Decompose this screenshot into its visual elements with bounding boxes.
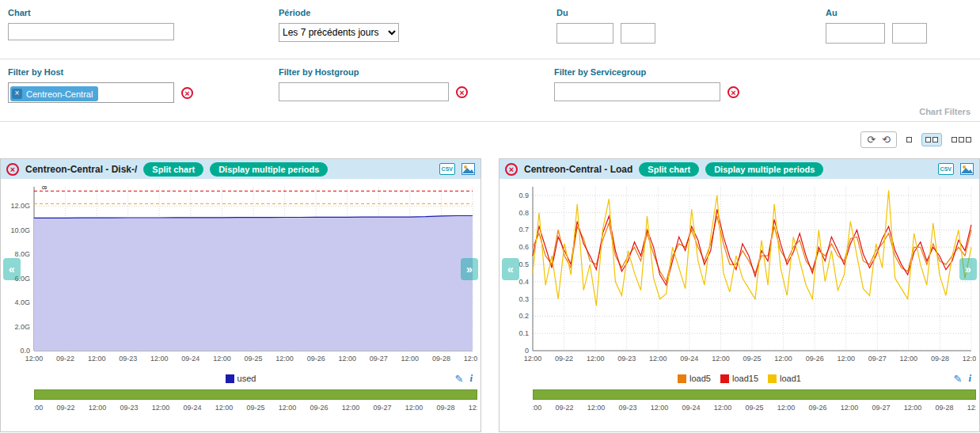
- scroll-left-button[interactable]: «: [3, 258, 21, 280]
- export-csv-icon[interactable]: CSV: [938, 163, 954, 175]
- timeline-tick-label: 09-26: [808, 404, 826, 412]
- servicegroup-filter-input[interactable]: [554, 82, 720, 101]
- svg-text:12:00: 12:00: [837, 355, 855, 363]
- svg-text:12:00: 12:00: [712, 355, 730, 363]
- split-chart-button[interactable]: Split chart: [143, 162, 203, 177]
- charts-area: × Centreon-Central - Disk-/ Split chart …: [0, 158, 980, 432]
- display-multiple-periods-button[interactable]: Display multiple periods: [210, 162, 328, 177]
- timeline-tick-label: 12:00: [405, 404, 424, 412]
- panel-title: Centreon-Central - Disk-/: [25, 164, 137, 175]
- edit-chart-icon[interactable]: ✎: [953, 373, 962, 385]
- layout-three-column-button[interactable]: [948, 133, 975, 146]
- timeline-tick-label: 12:00: [152, 404, 170, 412]
- scroll-right-button[interactable]: »: [959, 258, 977, 280]
- chart-plot-area[interactable]: 00.10.20.30.40.50.60.70.80.912:0009-2212…: [499, 179, 979, 370]
- timeline-tick-label: 12:00: [714, 404, 732, 412]
- au-time-input[interactable]: [892, 23, 927, 44]
- display-multiple-periods-button[interactable]: Display multiple periods: [705, 162, 823, 177]
- export-image-icon[interactable]: [960, 163, 974, 175]
- legend-row: used ✎ i: [1, 370, 481, 387]
- svg-text:4.0G: 4.0G: [14, 298, 30, 306]
- chart-filter-input[interactable]: [8, 23, 174, 40]
- svg-text:09-25: 09-25: [743, 355, 761, 363]
- svg-text:09-28: 09-28: [432, 355, 450, 363]
- square-icon: [925, 137, 931, 142]
- legend-items: load5load15load1: [678, 374, 801, 383]
- close-panel-icon[interactable]: ×: [6, 163, 19, 176]
- svg-text:12:00: 12:00: [338, 355, 356, 363]
- legend-item-used[interactable]: used: [226, 374, 256, 383]
- svg-text:0.3: 0.3: [518, 295, 529, 303]
- host-filter-label: Filter by Host: [8, 67, 193, 77]
- timeline-tick-label: 12:00: [89, 404, 107, 412]
- timeline-tick-label: 09-24: [682, 404, 700, 412]
- svg-text:09-27: 09-27: [868, 355, 887, 363]
- du-date-input[interactable]: [556, 23, 613, 44]
- svg-text:10.0G: 10.0G: [10, 226, 30, 234]
- legend-item-load5[interactable]: load5: [678, 374, 711, 383]
- filters-section: Chart Période Les 7 précédents jours Du …: [0, 0, 980, 122]
- scroll-right-button[interactable]: »: [461, 258, 478, 280]
- timeline-tick-label: 12:00: [841, 404, 859, 412]
- chart-canvas[interactable]: 00.10.20.30.40.50.60.70.80.912:0009-2212…: [499, 179, 976, 367]
- timeline-tick-label: 09-24: [183, 404, 201, 412]
- info-icon[interactable]: i: [469, 372, 473, 385]
- servicegroup-filter-label: Filter by Servicegroup: [554, 67, 739, 77]
- timeline-brush: 12:0009-2212:0009-2312:0009-2412:0009-25…: [533, 389, 976, 415]
- legend-item-load1[interactable]: load1: [768, 374, 801, 383]
- au-date-input[interactable]: [826, 23, 885, 44]
- timeline-tick-label: 12:00: [215, 404, 234, 412]
- info-icon[interactable]: i: [968, 372, 971, 385]
- svg-text:12:00: 12:00: [963, 355, 976, 363]
- charts-toolbar: ⟳ ⟲: [0, 122, 980, 158]
- timeline-tick-label: 09-25: [246, 404, 264, 412]
- layout-two-column-button[interactable]: [921, 133, 942, 146]
- layout-single-column-button[interactable]: [902, 133, 916, 146]
- du-time-input[interactable]: [621, 23, 655, 44]
- clear-servicegroup-filter-icon[interactable]: ×: [727, 86, 739, 98]
- square-icon: [933, 137, 938, 142]
- refresh-icon[interactable]: ⟳: [867, 134, 876, 146]
- clear-host-filter-icon[interactable]: ×: [181, 87, 193, 99]
- svg-text:09-28: 09-28: [931, 355, 949, 363]
- svg-text:0.8: 0.8: [518, 209, 529, 217]
- timeline-tick-label: 09-28: [935, 404, 953, 412]
- clear-hostgroup-filter-icon[interactable]: ×: [456, 86, 468, 98]
- svg-text:0.7: 0.7: [518, 226, 529, 234]
- legend-item-load15[interactable]: load15: [720, 374, 758, 383]
- chart-canvas[interactable]: 0.02.0G4.0G6.0G8.0G10.0G12.0G12:0009-221…: [1, 179, 477, 367]
- timeline-selector-bar[interactable]: [34, 389, 477, 400]
- host-chip: × Centreon-Central: [10, 86, 98, 101]
- periode-select[interactable]: Les 7 précédents jours: [279, 23, 399, 42]
- export-csv-icon[interactable]: CSV: [439, 163, 455, 175]
- timeline-selector-bar[interactable]: [533, 389, 976, 400]
- close-panel-icon[interactable]: ×: [505, 163, 518, 176]
- chip-remove-icon[interactable]: ×: [12, 89, 22, 99]
- export-image-icon[interactable]: [462, 163, 475, 175]
- square-icon: [906, 137, 912, 142]
- timeline-tick-label: 12:00: [279, 404, 297, 412]
- svg-text:09-27: 09-27: [370, 355, 388, 363]
- du-label: Du: [556, 8, 659, 17]
- chart-plot-area[interactable]: 0.02.0G4.0G6.0G8.0G10.0G12.0G12:0009-221…: [1, 179, 481, 370]
- host-filter-input[interactable]: × Centreon-Central: [8, 82, 174, 103]
- timeline-tick-label: 12:00: [587, 404, 606, 412]
- square-icon: [959, 137, 964, 142]
- hostgroup-filter-input[interactable]: [279, 82, 449, 101]
- svg-text:09-24: 09-24: [181, 355, 199, 363]
- auto-refresh-icon[interactable]: ⟲: [882, 134, 891, 146]
- timeline-tick-label: 09-22: [56, 404, 74, 412]
- svg-text:09-22: 09-22: [555, 355, 573, 363]
- scroll-left-button[interactable]: «: [502, 258, 519, 280]
- timeline-labels: 12:0009-2212:0009-2312:0009-2412:0009-25…: [34, 404, 477, 415]
- split-chart-button[interactable]: Split chart: [639, 162, 699, 177]
- panel-title: Centreon-Central - Load: [524, 164, 632, 175]
- svg-text:12:00: 12:00: [401, 355, 420, 363]
- timeline-tick-label: 09-28: [436, 404, 454, 412]
- legend-swatch: [678, 374, 686, 383]
- edit-chart-icon[interactable]: ✎: [454, 373, 463, 385]
- svg-text:09-24: 09-24: [680, 355, 698, 363]
- chart-panel-load: × Centreon-Central - Load Split chart Di…: [499, 158, 980, 432]
- svg-text:0.6: 0.6: [518, 243, 529, 251]
- timeline-tick-label: 09-27: [872, 404, 890, 412]
